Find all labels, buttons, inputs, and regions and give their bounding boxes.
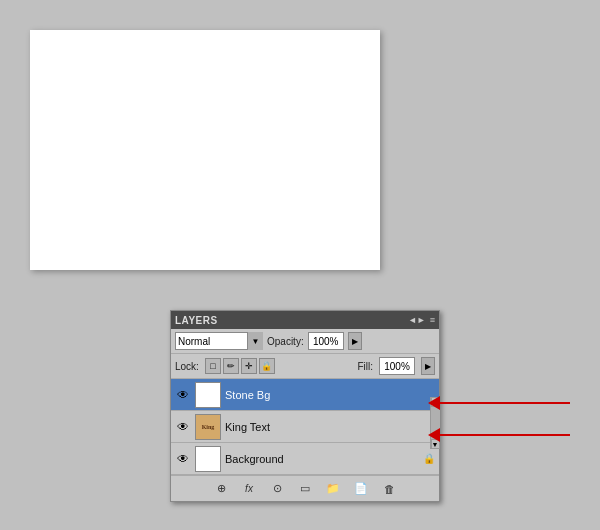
lock-transparency-btn[interactable]: □: [205, 358, 221, 374]
delete-layer-btn[interactable]: 🗑: [379, 480, 399, 498]
lock-label: Lock:: [175, 361, 199, 372]
layer-row-king-text[interactable]: 👁 King King Text: [171, 411, 439, 443]
new-group-btn[interactable]: 📁: [323, 480, 343, 498]
panel-titlebar: LAYERS ◄► ≡: [171, 311, 439, 329]
lock-position-btn[interactable]: ✛: [241, 358, 257, 374]
layer-row-background[interactable]: 👁 Background 🔒: [171, 443, 439, 475]
layer-thumb-stone-bg: [195, 382, 221, 408]
lock-icons: □ ✏ ✛ 🔒: [205, 358, 275, 374]
layer-name-stone-bg: Stone Bg: [225, 389, 435, 401]
panel-footer: ⊕ fx ⊙ ▭ 📁 📄 🗑: [171, 475, 439, 501]
fill-input[interactable]: [379, 357, 415, 375]
blend-mode-row: Normal Dissolve Multiply Screen Overlay …: [171, 329, 439, 354]
arrow-stone-bg: [440, 402, 570, 404]
king-thumb-preview: King: [196, 415, 220, 439]
layer-thumb-background: [195, 446, 221, 472]
panel-title-controls: ◄► ≡: [408, 315, 435, 325]
blend-mode-select-wrapper: Normal Dissolve Multiply Screen Overlay …: [175, 332, 263, 350]
white-canvas: [30, 30, 380, 270]
opacity-arrow-btn[interactable]: ▶: [348, 332, 362, 350]
new-layer-btn[interactable]: 📄: [351, 480, 371, 498]
opacity-label: Opacity:: [267, 336, 304, 347]
fx-btn[interactable]: fx: [239, 480, 259, 498]
panel-title: LAYERS: [175, 315, 218, 326]
lock-all-btn[interactable]: 🔒: [259, 358, 275, 374]
arrowhead-1: [428, 396, 440, 410]
background-lock-icon: 🔒: [423, 453, 435, 464]
layer-eye-background[interactable]: 👁: [175, 451, 191, 467]
layer-name-background: Background: [225, 453, 419, 465]
panel-menu-btn[interactable]: ≡: [430, 315, 435, 325]
blend-mode-select[interactable]: Normal Dissolve Multiply Screen Overlay: [175, 332, 263, 350]
arrow-line-1: [440, 402, 570, 404]
opacity-input[interactable]: [308, 332, 344, 350]
fill-arrow-btn[interactable]: ▶: [421, 357, 435, 375]
layer-thumb-king-text: King: [195, 414, 221, 440]
layer-eye-stone-bg[interactable]: 👁: [175, 387, 191, 403]
layers-panel: LAYERS ◄► ≡ Normal Dissolve Multiply Scr…: [170, 310, 440, 502]
arrow-king-text: [440, 434, 570, 436]
lock-pixels-btn[interactable]: ✏: [223, 358, 239, 374]
link-layers-btn[interactable]: ⊕: [211, 480, 231, 498]
arrowhead-2: [428, 428, 440, 442]
arrow-line-2: [440, 434, 570, 436]
layer-row-stone-bg[interactable]: 👁 Stone Bg: [171, 379, 439, 411]
lock-row: Lock: □ ✏ ✛ 🔒 Fill: ▶: [171, 354, 439, 379]
layer-name-king-text: King Text: [225, 421, 435, 433]
layer-eye-king-text[interactable]: 👁: [175, 419, 191, 435]
panel-collapse-btn[interactable]: ◄►: [408, 315, 426, 325]
fill-label: Fill:: [357, 361, 373, 372]
layers-scroll-area: 👁 Stone Bg 👁 King King Text 👁 Background…: [171, 379, 439, 475]
mask-btn[interactable]: ⊙: [267, 480, 287, 498]
adjustment-btn[interactable]: ▭: [295, 480, 315, 498]
